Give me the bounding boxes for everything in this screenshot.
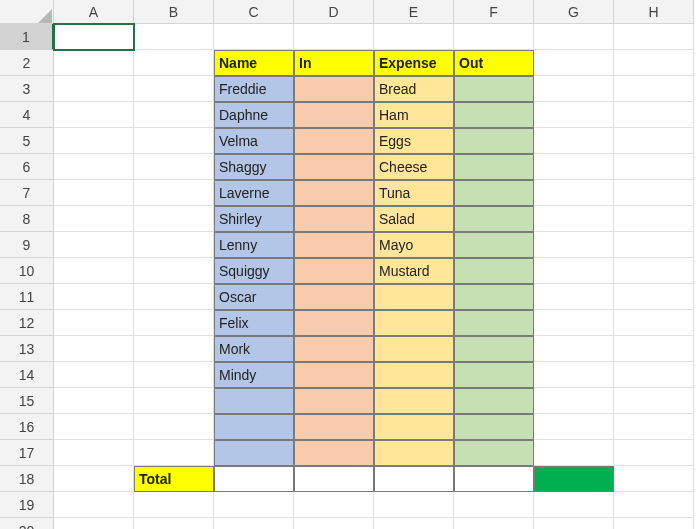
cell[interactable] [534, 492, 614, 518]
cell[interactable] [614, 180, 694, 206]
cell[interactable] [534, 388, 614, 414]
cell[interactable] [614, 76, 694, 102]
cell[interactable] [54, 206, 134, 232]
row-header-17[interactable]: 17 [0, 440, 54, 466]
cell-name[interactable]: Laverne [214, 180, 294, 206]
cell-name[interactable] [214, 440, 294, 466]
cell[interactable] [534, 76, 614, 102]
cell[interactable] [54, 24, 134, 50]
cell[interactable] [614, 492, 694, 518]
cell[interactable] [534, 128, 614, 154]
cell[interactable] [614, 466, 694, 492]
cell[interactable] [534, 206, 614, 232]
cell[interactable] [614, 284, 694, 310]
cell[interactable] [294, 518, 374, 529]
cell[interactable] [614, 50, 694, 76]
cell[interactable] [614, 362, 694, 388]
cell-in[interactable] [294, 102, 374, 128]
cell-expense[interactable]: Eggs [374, 128, 454, 154]
row-header-9[interactable]: 9 [0, 232, 54, 258]
column-header-A[interactable]: A [54, 0, 134, 24]
cell-in[interactable] [294, 336, 374, 362]
row-header-7[interactable]: 7 [0, 180, 54, 206]
cell[interactable] [134, 388, 214, 414]
cell[interactable] [614, 24, 694, 50]
cell[interactable] [134, 258, 214, 284]
cell[interactable] [134, 102, 214, 128]
cell[interactable] [454, 492, 534, 518]
cell-expense[interactable]: Ham [374, 102, 454, 128]
cell-expense[interactable] [374, 414, 454, 440]
cell[interactable] [534, 310, 614, 336]
cell[interactable] [54, 284, 134, 310]
cell[interactable] [614, 518, 694, 529]
row-header-13[interactable]: 13 [0, 336, 54, 362]
cell-name[interactable]: Velma [214, 128, 294, 154]
cell[interactable] [134, 518, 214, 529]
cell-expense[interactable] [374, 440, 454, 466]
cell[interactable] [614, 128, 694, 154]
cell[interactable] [134, 414, 214, 440]
column-header-H[interactable]: H [614, 0, 694, 24]
cell[interactable] [134, 336, 214, 362]
cell-in[interactable] [294, 76, 374, 102]
cell[interactable] [54, 102, 134, 128]
header-expense[interactable]: Expense [374, 50, 454, 76]
cell[interactable] [614, 206, 694, 232]
cell[interactable] [54, 466, 134, 492]
cell-out[interactable] [454, 284, 534, 310]
column-header-G[interactable]: G [534, 0, 614, 24]
cell[interactable] [614, 440, 694, 466]
cell-in[interactable] [294, 154, 374, 180]
cell[interactable] [534, 362, 614, 388]
total-g[interactable] [534, 466, 614, 492]
cell-expense[interactable]: Salad [374, 206, 454, 232]
cell[interactable] [134, 180, 214, 206]
cell[interactable] [614, 258, 694, 284]
row-header-3[interactable]: 3 [0, 76, 54, 102]
total-d[interactable] [294, 466, 374, 492]
cell[interactable] [454, 518, 534, 529]
cell-expense[interactable] [374, 336, 454, 362]
cell-name[interactable] [214, 388, 294, 414]
cell[interactable] [214, 518, 294, 529]
cell[interactable] [614, 232, 694, 258]
cell-out[interactable] [454, 388, 534, 414]
cell[interactable] [54, 154, 134, 180]
cell-expense[interactable] [374, 284, 454, 310]
cell[interactable] [134, 76, 214, 102]
cell-name[interactable]: Mork [214, 336, 294, 362]
cell-in[interactable] [294, 310, 374, 336]
row-header-14[interactable]: 14 [0, 362, 54, 388]
column-header-E[interactable]: E [374, 0, 454, 24]
cell-name[interactable] [214, 414, 294, 440]
total-f[interactable] [454, 466, 534, 492]
cell[interactable] [54, 440, 134, 466]
cell-in[interactable] [294, 206, 374, 232]
cell-expense[interactable]: Mayo [374, 232, 454, 258]
cell[interactable] [134, 50, 214, 76]
cell[interactable] [54, 310, 134, 336]
cell[interactable] [614, 154, 694, 180]
cell-name[interactable]: Shaggy [214, 154, 294, 180]
cell[interactable] [134, 206, 214, 232]
cell[interactable] [54, 232, 134, 258]
cell[interactable] [534, 24, 614, 50]
cell[interactable] [534, 258, 614, 284]
row-header-11[interactable]: 11 [0, 284, 54, 310]
cell-out[interactable] [454, 76, 534, 102]
cell[interactable] [374, 24, 454, 50]
cell-in[interactable] [294, 388, 374, 414]
cell[interactable] [534, 154, 614, 180]
cell-out[interactable] [454, 414, 534, 440]
cell-out[interactable] [454, 102, 534, 128]
header-name[interactable]: Name [214, 50, 294, 76]
cell-out[interactable] [454, 232, 534, 258]
row-header-1[interactable]: 1 [0, 24, 54, 50]
row-header-8[interactable]: 8 [0, 206, 54, 232]
cell[interactable] [534, 232, 614, 258]
cell-expense[interactable] [374, 388, 454, 414]
cell-expense[interactable]: Bread [374, 76, 454, 102]
cell-expense[interactable]: Mustard [374, 258, 454, 284]
cell[interactable] [214, 24, 294, 50]
